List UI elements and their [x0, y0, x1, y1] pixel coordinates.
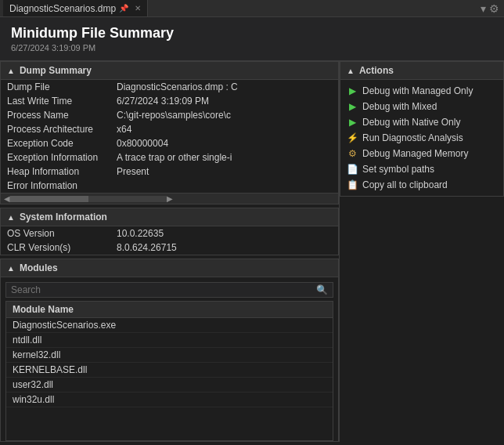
table-row: Process Architecture x64 — [1, 122, 338, 136]
dump-table: Dump File DiagnosticScenarios.dmp : C La… — [1, 80, 338, 193]
system-info-container: ▲ System Information OS Version 10.0.226… — [0, 204, 339, 255]
process-arch-label: Process Architecture — [1, 122, 110, 136]
debug-mixed-label: Debug with Mixed — [362, 101, 437, 112]
horizontal-scrollbar[interactable]: ◀ ▶ — [1, 193, 338, 204]
system-info-label: System Information — [20, 212, 107, 222]
table-row: Last Write Time 6/27/2024 3:19:09 PM — [1, 94, 338, 108]
debug-native-only-label: Debug with Native Only — [362, 117, 460, 128]
sysinfo-table: OS Version 10.0.22635 CLR Version(s) 8.0… — [1, 226, 338, 255]
modules-container: ▲ Modules 🔍 Module Name DiagnosticScenar… — [0, 259, 339, 442]
table-row: Exception Code 0x80000004 — [1, 136, 338, 150]
system-info-header: ▲ System Information — [0, 208, 339, 226]
table-row: CLR Version(s) 8.0.624.26715 — [1, 241, 338, 255]
search-icon: 🔍 — [316, 284, 328, 295]
system-info-body: OS Version 10.0.22635 CLR Version(s) 8.0… — [0, 226, 339, 255]
search-input[interactable] — [11, 284, 316, 295]
exception-info-value: A trace trap or other single-i — [110, 150, 338, 165]
dump-file-value: DiagnosticScenarios.dmp : C — [110, 80, 338, 94]
actions-label: Actions — [359, 65, 394, 76]
table-row: Heap Information Present — [1, 165, 338, 179]
dump-summary-header: ▲ Dump Summary — [0, 61, 339, 80]
debug-managed-only-label: Debug with Managed Only — [362, 85, 473, 96]
clr-version-value: 8.0.624.26715 — [110, 241, 338, 255]
clipboard-icon: 📋 — [347, 179, 358, 190]
list-item[interactable]: user32.dll — [6, 378, 333, 393]
table-row: OS Version 10.0.22635 — [1, 226, 338, 241]
list-item[interactable]: kernel32.dll — [6, 348, 333, 363]
file-tab[interactable]: DiagnosticScenarios.dmp 📌 ✕ — [3, 0, 148, 16]
heap-info-label: Heap Information — [1, 165, 110, 179]
search-bar[interactable]: 🔍 — [5, 282, 333, 298]
debug-managed-only-action[interactable]: ▶ Debug with Managed Only — [340, 83, 503, 99]
set-symbol-paths-label: Set symbol paths — [362, 164, 434, 175]
scroll-left-icon[interactable]: ◀ — [4, 194, 10, 203]
copy-clipboard-label: Copy all to clipboard — [362, 179, 448, 190]
last-write-value: 6/27/2024 3:19:09 PM — [110, 94, 338, 108]
modules-chevron[interactable]: ▲ — [7, 264, 15, 273]
list-item[interactable]: DiagnosticScenarios.exe — [6, 318, 333, 333]
actions-header: ▲ Actions — [340, 61, 504, 80]
error-info-value — [110, 179, 338, 193]
symbol-icon: 📄 — [347, 164, 358, 175]
dump-summary-body: Dump File DiagnosticScenarios.dmp : C La… — [0, 80, 339, 204]
right-panel: ▲ Actions ▶ Debug with Managed Only ▶ De… — [340, 61, 504, 442]
exception-code-label: Exception Code — [1, 136, 110, 150]
set-symbol-paths-action[interactable]: 📄 Set symbol paths — [340, 161, 503, 177]
table-row: Exception Information A trace trap or ot… — [1, 150, 338, 165]
debug-native-only-action[interactable]: ▶ Debug with Native Only — [340, 114, 503, 130]
page-subtitle: 6/27/2024 3:19:09 PM — [11, 43, 493, 52]
copy-clipboard-action[interactable]: 📋 Copy all to clipboard — [340, 177, 503, 193]
dump-summary-label: Dump Summary — [20, 65, 92, 76]
debug-managed-memory-action[interactable]: ⚙ Debug Managed Memory — [340, 146, 503, 161]
process-arch-value: x64 — [110, 122, 338, 136]
module-list: DiagnosticScenarios.exe ntdll.dll kernel… — [5, 318, 333, 441]
memory-icon: ⚙ — [347, 148, 358, 159]
play-icon: ▶ — [347, 117, 358, 128]
clr-version-label: CLR Version(s) — [1, 241, 110, 255]
actions-chevron[interactable]: ▲ — [347, 67, 355, 75]
debug-mixed-action[interactable]: ▶ Debug with Mixed — [340, 99, 503, 114]
error-info-label: Error Information — [1, 179, 110, 193]
exception-info-label: Exception Information — [1, 150, 110, 165]
tab-label: DiagnosticScenarios.dmp — [9, 3, 116, 14]
scroll-thumb[interactable] — [10, 196, 88, 202]
list-item[interactable]: ntdll.dll — [6, 333, 333, 348]
process-name-label: Process Name — [1, 108, 110, 122]
page-title: Minidump File Summary — [11, 25, 493, 42]
tab-close-icon[interactable]: ✕ — [135, 4, 141, 13]
modules-header-bar: ▲ Modules — [0, 259, 339, 277]
list-item[interactable]: win32u.dll — [6, 393, 333, 407]
play-icon: ▶ — [347, 85, 358, 96]
table-row: Dump File DiagnosticScenarios.dmp : C — [1, 80, 338, 94]
left-panel: ▲ Dump Summary Dump File DiagnosticScena… — [0, 61, 340, 442]
list-item[interactable]: KERNELBASE.dll — [6, 363, 333, 378]
exception-code-value[interactable]: 0x80000004 — [110, 136, 338, 150]
module-column-header: Module Name — [5, 301, 333, 318]
last-write-label: Last Write Time — [1, 94, 110, 108]
dump-summary-chevron[interactable]: ▲ — [7, 67, 15, 75]
play-icon: ▶ — [347, 101, 358, 112]
page-header: Minidump File Summary 6/27/2024 3:19:09 … — [0, 17, 504, 61]
tab-bar: DiagnosticScenarios.dmp 📌 ✕ ▾ ⚙ — [0, 0, 504, 17]
scroll-track[interactable] — [10, 196, 167, 202]
run-diagnostic-action[interactable]: ⚡ Run Diagnostic Analysis — [340, 130, 503, 146]
settings-gear-icon[interactable]: ⚙ — [489, 2, 499, 15]
system-info-chevron[interactable]: ▲ — [7, 213, 15, 222]
actions-body: ▶ Debug with Managed Only ▶ Debug with M… — [340, 80, 504, 197]
scroll-right-icon[interactable]: ▶ — [167, 194, 173, 203]
main-content: ▲ Dump Summary Dump File DiagnosticScena… — [0, 61, 504, 442]
os-version-label: OS Version — [1, 226, 110, 241]
process-name-value: C:\git-repos\samples\core\c — [110, 108, 338, 122]
table-row: Process Name C:\git-repos\samples\core\c — [1, 108, 338, 122]
diagnostic-icon: ⚡ — [347, 132, 358, 143]
debug-managed-memory-label: Debug Managed Memory — [362, 148, 468, 159]
heap-info-value: Present — [110, 165, 338, 179]
modules-label: Modules — [20, 262, 58, 273]
modules-body: 🔍 Module Name DiagnosticScenarios.exe nt… — [0, 277, 339, 442]
tab-scroll-icon[interactable]: ▾ — [481, 2, 486, 15]
run-diagnostic-label: Run Diagnostic Analysis — [362, 132, 463, 143]
tab-pin-icon: 📌 — [119, 4, 128, 13]
dump-summary-container: ▲ Dump Summary Dump File DiagnosticScena… — [0, 61, 339, 204]
table-row: Error Information — [1, 179, 338, 193]
module-name-column: Module Name — [13, 304, 74, 315]
